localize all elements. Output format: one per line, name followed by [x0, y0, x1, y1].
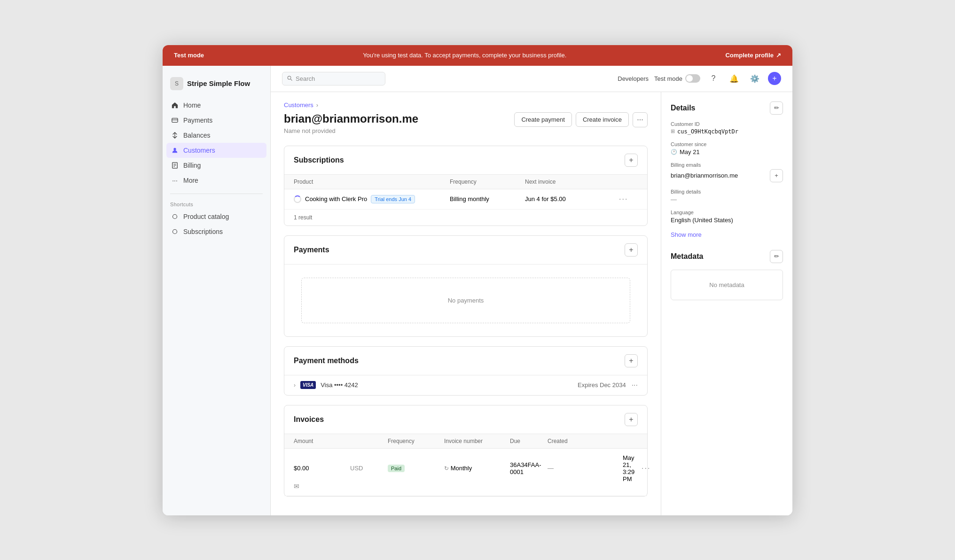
sidebar-item-home[interactable]: Home	[166, 98, 266, 113]
add-billing-email-button[interactable]: +	[770, 169, 783, 182]
inv-number: 36A34FAA-0001	[510, 461, 548, 475]
inv-col-amount: Amount	[294, 438, 350, 444]
billing-details-label: Billing details	[671, 189, 783, 194]
svg-line-10	[290, 79, 292, 80]
inv-status: Paid	[388, 465, 444, 472]
topbar-actions: Developers Test mode ? 🔔 ⚙️ +	[618, 71, 781, 86]
language-row: Language English (United States)	[671, 210, 783, 224]
sidebar-item-billing[interactable]: Billing	[166, 158, 266, 173]
invoices-header: Invoices +	[284, 405, 647, 434]
subscriptions-title: Subscriptions	[294, 156, 344, 164]
sidebar-item-label-home: Home	[183, 101, 201, 109]
sidebar-item-label-subscriptions: Subscriptions	[183, 228, 223, 235]
add-payment-button[interactable]: +	[625, 243, 638, 257]
col-product: Product	[294, 179, 450, 185]
invoices-title: Invoices	[294, 415, 324, 424]
payment-methods-section: Payment methods + › VISA Visa •••• 4242 …	[284, 346, 648, 396]
metadata-header: Metadata ✏	[671, 250, 783, 263]
add-payment-method-button[interactable]: +	[625, 354, 638, 367]
svg-point-2	[173, 148, 176, 150]
notifications-icon[interactable]: 🔔	[727, 71, 742, 86]
inv-frequency: ↻ Monthly	[444, 465, 510, 472]
subscription-frequency-cell: Billing monthly	[450, 195, 525, 202]
breadcrumb: Customers ›	[284, 101, 648, 109]
invoice-row[interactable]: $0.00 USD Paid ↻ Monthly 36A34FAA-0001	[284, 449, 647, 496]
metadata-title: Metadata	[671, 252, 703, 261]
sidebar-item-label-customers: Customers	[183, 147, 215, 154]
svg-point-7	[173, 214, 177, 218]
billing-email-row: brian@brianmorrison.me +	[671, 169, 783, 182]
payments-section: Payments + No payments	[284, 235, 648, 337]
table-row[interactable]: Cooking with Clerk Pro Trial ends Jun 4 …	[284, 189, 647, 210]
main-content: Customers › brian@brianmorrison.me Name …	[271, 92, 661, 515]
col-frequency: Frequency	[450, 179, 525, 185]
create-payment-button[interactable]: Create payment	[514, 112, 572, 127]
invoice-email-icon[interactable]: ✉	[294, 482, 350, 490]
details-header: Details ✏	[671, 101, 783, 115]
topbar: Search Developers Test mode ? 🔔 ⚙️ +	[271, 66, 792, 92]
add-button[interactable]: +	[768, 72, 781, 85]
home-icon	[171, 101, 179, 109]
sidebar-item-label-product-catalog: Product catalog	[183, 213, 229, 220]
svg-rect-0	[172, 118, 178, 122]
pm-left: › VISA Visa •••• 4242	[294, 381, 358, 389]
show-more-link[interactable]: Show more	[671, 231, 702, 238]
subscription-product-cell: Cooking with Clerk Pro Trial ends Jun 4	[294, 195, 450, 203]
invoice-more-button[interactable]: ···	[642, 464, 656, 473]
sidebar-item-balances[interactable]: Balances	[166, 128, 266, 143]
metadata-edit-button[interactable]: ✏	[770, 250, 783, 263]
developers-link[interactable]: Developers	[618, 75, 649, 82]
help-icon[interactable]: ?	[706, 71, 721, 86]
add-subscription-button[interactable]: +	[625, 154, 638, 167]
svg-point-9	[288, 76, 291, 79]
pm-more-button[interactable]: ···	[632, 381, 638, 389]
balances-icon	[171, 132, 179, 139]
subscription-next-invoice-cell: Jun 4 for $5.00	[525, 195, 619, 202]
pm-card-name: Visa •••• 4242	[321, 381, 358, 389]
sidebar-item-customers[interactable]: Customers	[166, 143, 266, 158]
payment-methods-header: Payment methods +	[284, 347, 647, 375]
details-title: Details	[671, 104, 695, 112]
sidebar-item-label-more: More	[183, 177, 198, 184]
billing-emails-row: Billing emails brian@brianmorrison.me +	[671, 162, 783, 182]
customer-since-label: Customer since	[671, 141, 783, 147]
inv-col-frequency: Frequency	[388, 438, 444, 444]
subscriptions-icon	[171, 228, 179, 235]
inv-amount: $0.00	[294, 465, 350, 472]
result-count: 1 result	[284, 210, 647, 226]
subscriptions-header: Subscriptions +	[284, 146, 647, 175]
search-input[interactable]: Search	[282, 72, 385, 86]
breadcrumb-customers-link[interactable]: Customers	[284, 101, 313, 109]
sidebar-item-label-billing: Billing	[183, 162, 201, 169]
test-mode-toggle[interactable]: Test mode	[654, 74, 700, 83]
payment-method-row[interactable]: › VISA Visa •••• 4242 Expires Dec 2034 ·…	[284, 375, 647, 395]
visa-logo: VISA	[300, 381, 316, 389]
subscriptions-table-header: Product Frequency Next invoice	[284, 175, 647, 189]
invoices-table-header: Amount Frequency Invoice number Due Crea…	[284, 434, 647, 449]
create-invoice-button[interactable]: Create invoice	[576, 112, 629, 127]
add-invoice-button[interactable]: +	[625, 413, 638, 426]
billing-details-value: —	[671, 196, 783, 203]
pm-expiry: Expires Dec 2034	[578, 381, 626, 389]
sidebar-item-payments[interactable]: Payments	[166, 113, 266, 128]
inv-currency: USD	[350, 465, 388, 472]
sidebar-item-more[interactable]: ··· More	[166, 173, 266, 188]
sidebar-item-subscriptions[interactable]: Subscriptions	[166, 224, 266, 239]
paid-badge: Paid	[388, 465, 405, 472]
details-edit-button[interactable]: ✏	[770, 101, 783, 115]
details-section: Details ✏ Customer ID ⊞ cus_O9HtKqcbqVpt…	[671, 101, 783, 239]
more-actions-button[interactable]: ···	[633, 112, 648, 127]
sidebar: S Stripe Simple Flow Home Payments	[163, 66, 271, 515]
pm-expand-icon[interactable]: ›	[294, 382, 296, 389]
toggle-switch[interactable]	[685, 74, 700, 83]
complete-profile-link[interactable]: Complete profile	[725, 52, 781, 59]
sidebar-item-product-catalog[interactable]: Product catalog	[166, 209, 266, 224]
subscription-more-button[interactable]: ···	[619, 195, 638, 203]
payments-icon	[171, 117, 179, 124]
test-banner-message: You're using test data. To accept paymen…	[204, 52, 725, 59]
settings-icon[interactable]: ⚙️	[747, 71, 762, 86]
page-header-left: brian@brianmorrison.me Name not provided	[284, 112, 418, 134]
page-header-actions: Create payment Create invoice ···	[514, 112, 648, 127]
brand-icon: S	[170, 77, 183, 90]
language-value: English (United States)	[671, 217, 783, 224]
